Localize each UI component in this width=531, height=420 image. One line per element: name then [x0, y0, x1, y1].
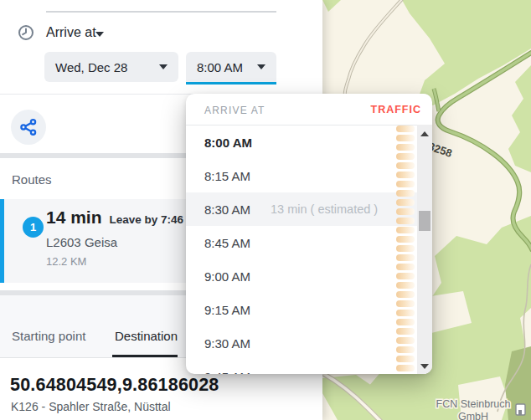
destination-address: K126 - Spahler Straße, Nüsttal	[11, 400, 171, 413]
time-option-label: 9:00 AM	[204, 269, 250, 284]
time-option[interactable]: 9:00 AM	[186, 259, 417, 293]
time-options-list: 8:00 AM8:15 AM8:30 AM13 min ( estimated …	[186, 125, 417, 374]
arrive-at-mode-selector[interactable]: Arrive at	[46, 25, 96, 40]
dropdown-title: ARRIVE AT	[204, 105, 266, 116]
chevron-down-icon	[257, 64, 266, 69]
route-distance: 12.2 KM	[46, 255, 86, 268]
time-option[interactable]: 9:45 AM	[186, 360, 417, 374]
time-option-label: 8:45 AM	[204, 236, 250, 250]
active-tab-indicator	[112, 355, 178, 357]
time-option[interactable]: 8:00 AM	[186, 125, 417, 159]
poi-building-icon	[516, 404, 525, 415]
poi-label-line2: GmbH	[458, 411, 488, 420]
dropdown-header: ARRIVE AT TRAFFIC	[186, 94, 432, 125]
routes-section-label: Routes	[12, 172, 52, 187]
dropdown-scrollbar[interactable]	[417, 125, 432, 374]
route-via-road: L2603 Geisa	[46, 235, 117, 249]
time-select-value: 8:00 AM	[197, 60, 243, 74]
time-option[interactable]: 8:30 AM13 min ( estimated )	[186, 192, 417, 226]
share-icon	[19, 118, 38, 136]
route-number-badge: 1	[23, 217, 44, 238]
arrive-time-dropdown: ARRIVE AT TRAFFIC 8:00 AM8:15 AM8:30 AM1…	[186, 94, 432, 374]
chevron-down-icon	[159, 64, 168, 69]
time-option-label: 9:45 AM	[204, 370, 250, 375]
scrollbar-thumb[interactable]	[419, 211, 430, 231]
chevron-down-icon	[95, 32, 104, 37]
date-select[interactable]: Wed, Dec 28	[44, 52, 178, 82]
route-duration: 14 min	[46, 207, 102, 228]
time-option-label: 9:30 AM	[204, 336, 250, 351]
time-option[interactable]: 9:15 AM	[186, 293, 417, 326]
scroll-up-icon[interactable]	[420, 131, 429, 136]
input-bottom-border	[46, 11, 276, 13]
clock-icon	[18, 24, 34, 41]
time-option-label: 8:00 AM	[204, 136, 252, 150]
scroll-down-icon[interactable]	[420, 364, 429, 369]
destination-coordinates: 50.64804549,9.86186028	[10, 375, 219, 396]
date-select-value: Wed, Dec 28	[55, 60, 127, 74]
time-option-label: 8:30 AM	[204, 202, 250, 217]
time-option-label: 9:15 AM	[204, 303, 250, 317]
tab-destination[interactable]: Destination	[115, 329, 178, 343]
route-planner-app: L3258 FCN Steinbruch GmbH Arrive at Wed,…	[0, 0, 531, 420]
time-option[interactable]: 9:30 AM	[186, 326, 417, 360]
share-button[interactable]	[11, 110, 46, 145]
time-option[interactable]: 8:45 AM	[186, 226, 417, 259]
time-option[interactable]: 8:15 AM	[186, 159, 417, 192]
time-select[interactable]: 8:00 AM	[186, 52, 276, 85]
traffic-toggle[interactable]: TRAFFIC	[371, 104, 421, 115]
time-option-label: 8:15 AM	[204, 169, 250, 183]
time-option-estimate: 13 min ( estimated )	[271, 202, 378, 216]
poi-label-line1: FCN Steinbruch	[436, 398, 511, 410]
tab-starting-point[interactable]: Starting point	[12, 329, 85, 343]
